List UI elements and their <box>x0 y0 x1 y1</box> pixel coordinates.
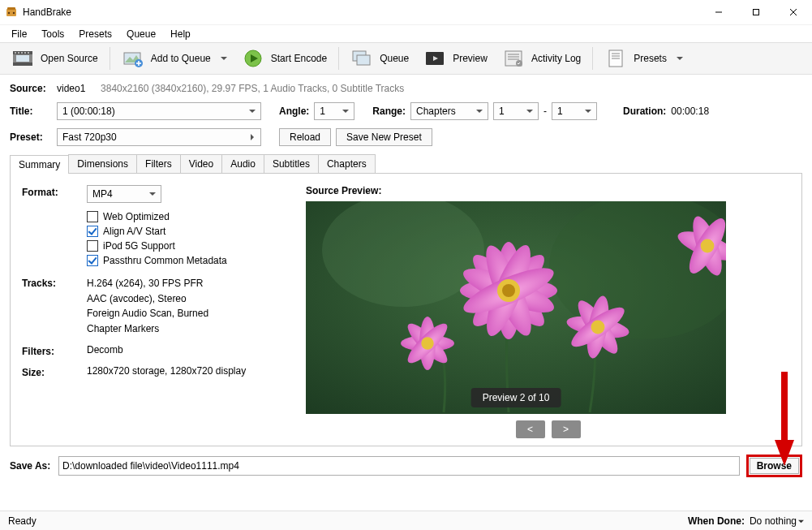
open-source-button[interactable]: Open Source <box>6 46 103 71</box>
tab-audio[interactable]: Audio <box>221 154 264 173</box>
title-bar: HandBrake <box>0 0 812 24</box>
source-preview-label: Source Preview: <box>306 185 790 196</box>
preset-label: Preset: <box>10 131 52 143</box>
svg-rect-11 <box>16 55 29 62</box>
when-done-select[interactable]: Do nothing <box>750 515 804 527</box>
when-done-value: Do nothing <box>750 515 797 527</box>
angle-select[interactable]: 1 <box>314 102 354 120</box>
tab-summary[interactable]: Summary <box>10 155 69 174</box>
toolbar-separator <box>338 47 339 70</box>
svg-marker-45 <box>149 192 156 196</box>
checkbox-label: Passthru Common Metadata <box>103 255 227 266</box>
menu-queue[interactable]: Queue <box>120 27 162 41</box>
checkbox-web-optimized[interactable]: Web Optimized <box>87 211 281 222</box>
window-minimize-button[interactable] <box>700 0 737 24</box>
activity-log-icon <box>502 49 525 68</box>
svg-marker-39 <box>249 110 256 113</box>
svg-point-12 <box>15 52 16 54</box>
svg-marker-74 <box>775 440 794 466</box>
format-value: MP4 <box>92 188 113 200</box>
track-line: AAC (avcodec), Stereo <box>87 291 281 307</box>
window-maximize-button[interactable] <box>737 0 775 24</box>
svg-point-58 <box>502 284 515 297</box>
app-title: HandBrake <box>23 6 71 18</box>
content-area: Source: video1 3840x2160 (3840x2160), 29… <box>0 75 812 446</box>
chevron-down-icon <box>149 188 156 200</box>
checkbox-ipod-5g[interactable]: iPod 5G Support <box>87 240 281 252</box>
preview-button[interactable]: Preview <box>419 46 492 71</box>
title-select[interactable]: 1 (00:00:18) <box>57 102 261 120</box>
chevron-right-icon <box>249 131 256 143</box>
activity-log-button[interactable]: Activity Log <box>497 46 586 71</box>
format-label: Format: <box>22 185 87 269</box>
presets-label: Presets <box>634 53 667 64</box>
menu-file[interactable]: File <box>5 27 33 41</box>
preset-select[interactable]: Fast 720p30 <box>57 128 261 146</box>
chevron-down-icon <box>585 106 591 117</box>
range-from-value: 1 <box>499 106 505 117</box>
play-icon <box>242 49 264 68</box>
checkbox-checked-icon <box>87 255 98 266</box>
preview-prev-button[interactable]: < <box>516 420 545 438</box>
save-as-text[interactable] <box>62 458 736 474</box>
chevron-down-icon[interactable] <box>221 53 227 64</box>
source-label: Source: <box>10 83 52 94</box>
queue-button[interactable]: Queue <box>346 46 414 71</box>
tab-filters[interactable]: Filters <box>136 154 181 173</box>
range-separator: - <box>543 106 547 117</box>
checkbox-icon <box>87 211 98 222</box>
chevron-down-icon <box>526 106 533 117</box>
source-preview-image: Preview 2 of 10 <box>306 201 726 414</box>
queue-label: Queue <box>380 53 409 64</box>
svg-point-2 <box>8 12 10 14</box>
reload-preset-button[interactable]: Reload <box>279 128 331 146</box>
save-new-preset-button[interactable]: Save New Preset <box>336 128 432 146</box>
svg-point-63 <box>421 337 433 349</box>
checkbox-label: iPod 5G Support <box>103 240 175 252</box>
save-as-label: Save As: <box>10 460 52 472</box>
svg-marker-44 <box>251 134 254 140</box>
save-new-label: Save New Preset <box>346 131 422 143</box>
presets-button[interactable]: Presets <box>599 46 688 71</box>
menu-presets[interactable]: Presets <box>72 27 118 41</box>
range-to-select[interactable]: 1 <box>552 102 597 120</box>
range-from-select[interactable]: 1 <box>493 102 539 120</box>
checkbox-passthru-metadata[interactable]: Passthru Common Metadata <box>87 255 281 266</box>
status-text: Ready <box>8 515 37 527</box>
checkbox-label: Align A/V Start <box>103 226 165 237</box>
svg-rect-1 <box>7 7 15 10</box>
when-done-label: When Done: <box>688 515 745 527</box>
tab-dimensions[interactable]: Dimensions <box>68 154 137 173</box>
svg-marker-43 <box>585 110 591 113</box>
tab-chapters[interactable]: Chapters <box>318 154 376 173</box>
activity-log-label: Activity Log <box>531 53 581 64</box>
app-icon <box>5 6 18 19</box>
preview-label: Preview <box>453 53 488 64</box>
menu-help[interactable]: Help <box>164 27 197 41</box>
menu-tools[interactable]: Tools <box>35 27 71 41</box>
format-select[interactable]: MP4 <box>87 185 161 203</box>
save-as-path-input[interactable] <box>58 456 740 476</box>
range-mode-select[interactable]: Chapters <box>410 102 488 120</box>
window-close-button[interactable] <box>775 0 812 24</box>
duration-label: Duration: <box>623 106 666 117</box>
range-to-value: 1 <box>557 106 563 117</box>
title-select-value: 1 (00:00:18) <box>62 106 115 117</box>
svg-marker-22 <box>221 57 227 60</box>
chevron-down-icon <box>249 106 256 117</box>
angle-label: Angle: <box>279 106 309 117</box>
chevron-down-icon[interactable] <box>677 53 683 64</box>
add-to-queue-button[interactable]: Add to Queue <box>117 46 232 71</box>
range-label: Range: <box>372 106 406 117</box>
tracks-label: Tracks: <box>22 276 87 336</box>
checkbox-align-av-start[interactable]: Align A/V Start <box>87 226 281 237</box>
start-encode-button[interactable]: Start Encode <box>237 46 332 71</box>
tab-video[interactable]: Video <box>180 154 222 173</box>
preset-value: Fast 720p30 <box>62 131 117 143</box>
toolbar-separator <box>592 47 593 70</box>
svg-point-72 <box>701 239 715 253</box>
svg-rect-0 <box>6 9 16 16</box>
tab-subtitles[interactable]: Subtitles <box>264 154 319 173</box>
start-encode-label: Start Encode <box>271 53 327 64</box>
preview-next-button[interactable]: > <box>552 420 581 438</box>
